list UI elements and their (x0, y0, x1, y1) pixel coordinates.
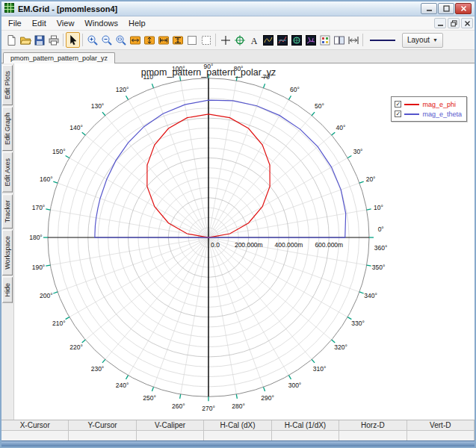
toolbar-separator (82, 34, 83, 46)
menubar: FileEditViewWindowsHelp (1, 16, 475, 31)
save-icon[interactable] (32, 32, 46, 48)
document-tabstrip: pmom_pattern_pattern_polar_yz (1, 50, 475, 63)
status-value-7 (407, 431, 475, 441)
crosshair-icon[interactable] (218, 32, 232, 48)
svg-text:130°: 130° (91, 103, 105, 111)
plot-thumbnail-3d-icon[interactable] (303, 32, 318, 48)
statusbar: X-CursorY-CursorV-CaliperH-Cal (dX)H-Cal… (1, 420, 475, 441)
svg-text:290°: 290° (261, 394, 274, 402)
status-col-vert-d: Vert-D (407, 420, 475, 431)
svg-text:200°: 200° (40, 292, 53, 299)
plot-thumbnail-polar-icon[interactable] (289, 32, 303, 48)
sidebar-tab-edit-graph[interactable]: Edit Graph (2, 107, 13, 151)
svg-text:280°: 280° (232, 402, 245, 410)
checkbox-frame-icon[interactable] (199, 32, 213, 48)
tab-pmom-pattern-pattern-polar-yz[interactable]: pmom_pattern_pattern_polar_yz (3, 52, 115, 63)
svg-text:170°: 170° (32, 204, 46, 211)
zoom-in-icon[interactable] (85, 32, 99, 48)
toolbar-separator (63, 34, 64, 46)
window-title: EM.Grid - [pmomlesson4] (18, 4, 416, 13)
mdi-minimize-button[interactable] (434, 18, 446, 28)
svg-text:230°: 230° (91, 365, 105, 373)
text-label-icon[interactable]: A (247, 32, 261, 48)
status-value-4 (204, 431, 271, 441)
menu-edit[interactable]: Edit (27, 17, 52, 29)
svg-text:60°: 60° (290, 86, 300, 93)
split-panes-icon[interactable] (332, 32, 346, 48)
status-value-1 (1, 431, 69, 441)
open-folder-icon[interactable] (18, 32, 32, 48)
print-icon[interactable] (46, 32, 61, 48)
menu-view[interactable]: View (52, 17, 80, 29)
expand-width-icon[interactable] (346, 32, 360, 48)
window-bottom-border (1, 441, 475, 447)
sidebar: Edit PlotsEdit GraphEdit AxesTrackerWork… (1, 63, 14, 420)
layout-button-label: Layout (407, 36, 430, 44)
pointer-select-icon[interactable] (66, 32, 80, 48)
axis-fit-height-icon[interactable] (170, 32, 185, 48)
axis-fit-width-icon[interactable] (156, 32, 170, 48)
maximize-button[interactable] (438, 3, 454, 14)
toolbar-separator (215, 34, 216, 46)
mdi-restore-button[interactable] (448, 18, 460, 28)
grid-palette-icon[interactable] (318, 32, 332, 48)
svg-text:350°: 350° (372, 264, 386, 271)
svg-text:0°: 0° (378, 225, 384, 233)
status-col-x-cursor: X-Cursor (1, 420, 69, 431)
plot-area: 0°10°20°30°40°50°60°70°80°90°100°110°120… (14, 63, 475, 420)
sidebar-tab-edit-plots[interactable]: Edit Plots (2, 65, 13, 105)
plot-thumbnail-dark-icon[interactable] (261, 32, 275, 48)
status-value-6 (339, 431, 407, 441)
minimize-button[interactable] (421, 3, 437, 14)
svg-text:pmom_pattern_pattern_polar_yz: pmom_pattern_pattern_polar_yz (141, 67, 276, 78)
axis-scale-y-icon[interactable] (142, 32, 156, 48)
svg-text:A: A (250, 35, 257, 46)
new-document-icon[interactable] (4, 32, 18, 48)
legend-checkbox[interactable]: ✓ (395, 111, 401, 117)
sidebar-tab-edit-axes[interactable]: Edit Axes (2, 152, 13, 193)
app-window: EM.Grid - [pmomlesson4] FileEditViewWind… (0, 0, 476, 448)
status-col-y-cursor: Y-Cursor (69, 420, 136, 431)
svg-text:20°: 20° (366, 175, 376, 183)
sidebar-tab-workspace[interactable]: Workspace (2, 230, 13, 276)
svg-text:210°: 210° (52, 320, 66, 327)
sidebar-tab-hide[interactable]: Hide (2, 277, 13, 303)
menu-file[interactable]: File (3, 17, 27, 29)
svg-text:340°: 340° (364, 292, 377, 299)
svg-text:160°: 160° (40, 175, 53, 183)
menu-help[interactable]: Help (123, 17, 151, 29)
svg-text:360°: 360° (374, 244, 388, 252)
layout-menu-button[interactable]: Layout▼ (402, 33, 443, 48)
checkbox-blank-icon[interactable] (185, 32, 199, 48)
close-button[interactable] (455, 3, 472, 14)
status-value-5 (272, 431, 339, 441)
zoom-out-icon[interactable] (99, 32, 114, 48)
svg-text:270°: 270° (202, 405, 215, 412)
zoom-window-icon[interactable] (114, 32, 128, 48)
toolbar: ALayout▼ (1, 31, 475, 50)
tracker-icon[interactable] (232, 32, 247, 48)
svg-text:40°: 40° (336, 124, 346, 131)
content-area: Edit PlotsEdit GraphEdit AxesTrackerWork… (1, 63, 475, 420)
menu-windows[interactable]: Windows (79, 17, 123, 29)
legend-checkbox[interactable]: ✓ (395, 101, 401, 108)
svg-text:330°: 330° (351, 320, 365, 327)
sidebar-tab-tracker[interactable]: Tracker (2, 194, 13, 228)
svg-text:120°: 120° (116, 86, 129, 93)
svg-text:240°: 240° (116, 382, 129, 389)
plot-thumbnail-color-icon[interactable] (275, 32, 289, 48)
axis-scale-x-icon[interactable] (128, 32, 142, 48)
svg-text:400.000m: 400.000m (275, 241, 303, 249)
svg-text:0.0: 0.0 (211, 241, 220, 249)
legend-line-sample (404, 104, 419, 105)
mdi-close-button[interactable] (461, 18, 473, 28)
line-style-sample-icon[interactable] (365, 32, 400, 48)
legend-series-label: mag_e_theta (422, 111, 462, 118)
svg-text:600.000m: 600.000m (315, 241, 343, 249)
chevron-down-icon: ▼ (433, 37, 438, 43)
svg-text:310°: 310° (313, 365, 327, 373)
status-value-3 (137, 431, 204, 441)
svg-text:300°: 300° (288, 382, 302, 389)
svg-text:190°: 190° (32, 264, 46, 271)
status-col-h-cal-1-dx-: H-Cal (1/dX) (272, 420, 339, 431)
